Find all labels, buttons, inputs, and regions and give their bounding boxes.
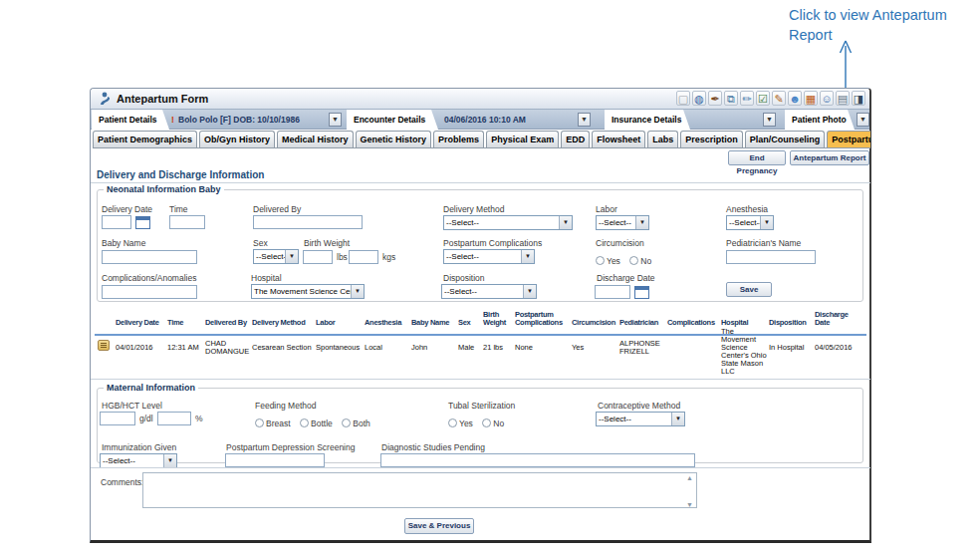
delivery-method-select[interactable]: --Select--▼ xyxy=(443,215,573,230)
tab-physical-exam[interactable]: Physical Exam xyxy=(486,131,559,147)
disposition-value: --Select-- xyxy=(442,285,523,298)
globe-icon[interactable]: ◍ xyxy=(692,91,706,106)
feeding-both-radio[interactable] xyxy=(342,418,351,427)
patient-details-dropdown-icon[interactable]: ▼ xyxy=(329,113,342,127)
chevron-down-icon[interactable]: ▼ xyxy=(760,216,773,229)
tab-obgyn-history[interactable]: Ob/Gyn History xyxy=(199,131,275,147)
chevron-down-icon[interactable]: ▼ xyxy=(521,250,534,263)
ledger-icon[interactable]: ▤ xyxy=(836,91,850,106)
postpartum-complications-select[interactable]: --Select--▼ xyxy=(443,249,535,264)
end-pregnancy-button[interactable]: End Pregnancy xyxy=(728,150,786,165)
insurance-details-dropdown-icon[interactable]: ▼ xyxy=(763,113,776,127)
chevron-down-icon[interactable]: ▼ xyxy=(285,250,298,263)
chevron-down-icon[interactable]: ▼ xyxy=(559,216,572,229)
scroll-down-icon[interactable]: ▼ xyxy=(684,501,695,508)
tubal-sterilization-radio-group: Yes No xyxy=(448,413,509,430)
baby-name-input[interactable] xyxy=(102,250,197,264)
tab-medical-history[interactable]: Medical History xyxy=(277,131,354,147)
cell-labor: Spontaneous xyxy=(316,344,360,352)
feeding-both-label: Both xyxy=(353,418,370,428)
sex-value: --Select-- xyxy=(254,250,285,263)
cell-delivered-by: CHAD DOMANGUE xyxy=(205,340,249,356)
save-button[interactable]: Save xyxy=(726,282,772,297)
hct-input[interactable] xyxy=(157,412,191,425)
hgb-input[interactable] xyxy=(100,412,135,425)
chevron-down-icon[interactable]: ▼ xyxy=(351,285,364,298)
neonatal-fieldset: Neonatal Information Baby Delivery Date … xyxy=(97,184,863,302)
user-icon[interactable]: ☺ xyxy=(820,91,834,106)
time-input[interactable] xyxy=(169,215,205,229)
tab-problems[interactable]: Problems xyxy=(433,131,484,147)
form-check-icon[interactable]: ☑ xyxy=(756,91,770,106)
maternal-legend: Maternal Information xyxy=(104,383,198,393)
edit-record-icon[interactable] xyxy=(98,340,110,351)
sticky-note-icon[interactable]: ▢ xyxy=(676,91,690,106)
birth-weight-lbs-input[interactable] xyxy=(303,250,333,264)
feeding-bottle-radio[interactable] xyxy=(300,418,309,427)
tubal-no-radio[interactable] xyxy=(482,418,491,427)
delivery-date-input[interactable] xyxy=(102,215,131,229)
circumcision-no-radio[interactable] xyxy=(629,256,638,265)
tubal-yes-radio[interactable] xyxy=(448,418,457,427)
encounter-details-dropdown-icon[interactable]: ▼ xyxy=(578,113,591,127)
hospital-select[interactable]: The Movement Science Center'▼ xyxy=(251,284,365,299)
users-transfer-icon[interactable]: ☻ xyxy=(788,91,802,106)
complications-anomalies-label: Complications/Anomalies xyxy=(102,273,196,283)
save-previous-button[interactable]: Save & Previous xyxy=(404,518,474,534)
discharge-date-calendar-icon[interactable] xyxy=(634,286,649,299)
scroll-up-icon[interactable]: ▲ xyxy=(684,474,695,481)
lbs-unit-label: lbs xyxy=(337,252,348,262)
tab-flowsheet[interactable]: Flowsheet xyxy=(592,131,645,147)
diagnostic-studies-pending-input[interactable] xyxy=(380,453,695,467)
birth-weight-kgs-input[interactable] xyxy=(349,250,378,264)
cell-sex: Male xyxy=(458,344,474,352)
chevron-down-icon[interactable]: ▼ xyxy=(163,454,176,467)
calendar-edit-icon[interactable]: ▦ xyxy=(804,91,818,106)
signature-pen-icon[interactable]: ✒ xyxy=(708,91,722,106)
pediatricians-name-label: Pediatrician's Name xyxy=(726,238,801,248)
note-edit-icon[interactable]: ✎ xyxy=(772,91,786,106)
cell-circumcision: Yes xyxy=(572,344,584,352)
annotation-note: Click to view Antepartum Report xyxy=(789,5,980,45)
chevron-down-icon[interactable]: ▼ xyxy=(523,285,536,298)
labor-select[interactable]: --Select--▼ xyxy=(596,215,649,230)
chevron-down-icon[interactable]: ▼ xyxy=(635,216,648,229)
chevron-down-icon[interactable]: ▼ xyxy=(671,413,684,425)
discharge-date-input[interactable] xyxy=(595,285,630,299)
antepartum-report-button[interactable]: Antepartum Report xyxy=(790,150,869,165)
org-edit-icon[interactable]: ⧉ xyxy=(724,91,738,106)
tab-labs[interactable]: Labs xyxy=(647,131,678,147)
disposition-select[interactable]: --Select--▼ xyxy=(441,284,537,299)
tab-postpartum[interactable]: Postpartum xyxy=(827,131,870,147)
baby-name-label: Baby Name xyxy=(102,238,145,248)
postpartum-depression-screening-input[interactable] xyxy=(225,453,325,467)
tab-patient-demographics[interactable]: Patient Demographics xyxy=(93,131,197,147)
circumcision-yes-radio[interactable] xyxy=(596,256,605,265)
pencil-edit-icon[interactable]: ✏ xyxy=(740,91,754,106)
comments-label: Comments: xyxy=(101,477,143,487)
patient-photo-label: Patient Photo xyxy=(785,110,855,130)
complications-anomalies-input[interactable] xyxy=(102,285,197,299)
encounter-details-value[interactable]: 04/06/2016 10:10 AM xyxy=(444,110,526,130)
immunization-given-select[interactable]: --Select--▼ xyxy=(100,453,177,468)
pediatricians-name-input[interactable] xyxy=(726,250,816,264)
contraceptive-method-select[interactable]: --Select--▼ xyxy=(596,412,685,426)
patient-details-value[interactable]: Bolo Polo [F] DOB: 10/10/1986 xyxy=(178,110,300,130)
patient-photo-dropdown-icon[interactable]: ▼ xyxy=(857,113,869,127)
tab-edd[interactable]: EDD xyxy=(561,131,590,147)
tab-genetic-history[interactable]: Genetic History xyxy=(356,131,432,147)
delivery-date-calendar-icon[interactable] xyxy=(135,216,150,229)
comments-textarea[interactable]: ▲ ▼ xyxy=(142,472,697,508)
tab-plan-counseling[interactable]: Plan/Counseling xyxy=(745,131,826,147)
module-tabs: Patient Demographics Ob/Gyn History Medi… xyxy=(93,130,870,148)
tab-prescription[interactable]: Prescription xyxy=(680,131,743,147)
cell-anesthesia: Local xyxy=(365,344,382,352)
comments-scrollbar[interactable]: ▲ ▼ xyxy=(684,474,695,508)
delivered-by-input[interactable] xyxy=(253,215,363,229)
cell-hospital: The Movement Science Center's Ohio State… xyxy=(721,328,771,376)
export-monitor-icon[interactable]: ◨ xyxy=(852,91,865,106)
anesthesia-select[interactable]: --Select--▼ xyxy=(726,215,774,230)
feeding-breast-radio[interactable] xyxy=(255,418,264,427)
sex-select[interactable]: --Select--▼ xyxy=(253,249,299,264)
birth-weight-label: Birth Weight xyxy=(304,238,350,248)
